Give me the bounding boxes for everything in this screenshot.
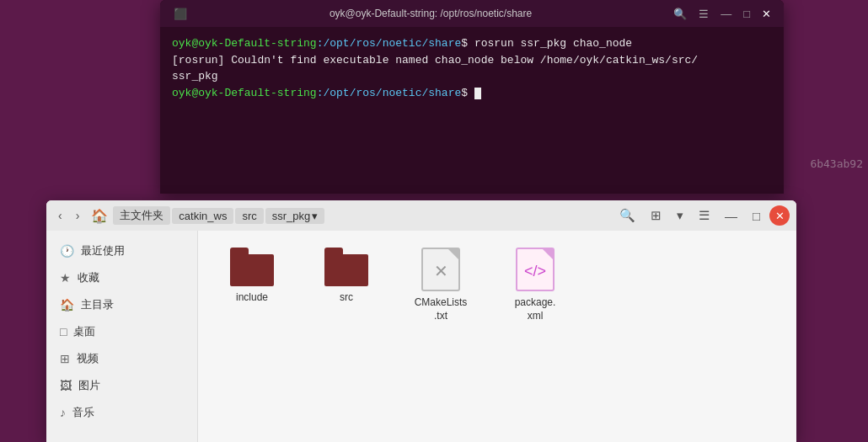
package-icon: </> [516,248,555,291]
fm-breadcrumb-ssr-label: ssr_pkg [272,210,311,222]
fm-listview-arrow-button[interactable]: ▾ [671,205,689,226]
fm-breadcrumb-dropdown-icon: ▾ [312,210,318,222]
sidebar-item-recent[interactable]: 🕐 最近使用 [46,237,197,264]
fm-content: include src ✕ CMakeLists.txt </ [198,231,796,442]
file-item-cmake[interactable]: ✕ CMakeLists.txt [407,248,474,322]
file-item-src[interactable]: src [313,248,380,305]
terminal-title: oyk@oyk-Default-string: /opt/ros/noetic/… [192,8,669,19]
terminal-prompt-user-2: oyk@oyk-Default-string [172,87,317,99]
terminal-maximize-btn[interactable]: □ [739,6,754,22]
videos-icon: ⊞ [60,352,70,365]
recent-icon: 🕐 [60,244,74,258]
fm-back-button[interactable]: ‹ [53,205,67,226]
terminal-prompt-path-1: :/opt/ros/noetic/share [317,37,462,50]
fm-breadcrumb-src[interactable]: src [235,208,263,224]
music-icon: ♪ [60,406,66,419]
desktop-icon: □ [60,325,67,338]
cmake-icon-symbol: ✕ [434,261,448,281]
fm-forward-button[interactable]: › [71,205,85,226]
fm-breadcrumb: 🏠 主文件夹 catkin_ws src ssr_pkg ▾ [88,206,610,226]
terminal-body: oyk@oyk-Default-string:/opt/ros/noetic/s… [160,27,784,194]
sidebar-label-recent: 最近使用 [81,243,125,258]
terminal-icon-btn[interactable]: ⬛ [169,6,192,22]
file-label-package: package.xml [515,296,556,322]
terminal-left-icons: ⬛ [169,6,192,22]
terminal-line-3: ssr_pkg [172,68,772,85]
folder-icon-include [230,248,274,286]
terminal-search-btn[interactable]: 🔍 [669,6,691,22]
terminal-error-1: [rosrun] Couldn't find executable named … [172,54,698,67]
sidebar-label-desktop: 桌面 [73,324,95,339]
sidebar-label-pictures: 图片 [78,378,100,393]
fm-listview-button[interactable]: ⊞ [645,205,667,226]
terminal-window: ⬛ oyk@oyk-Default-string: /opt/ros/noeti… [160,0,784,194]
sidebar-item-videos[interactable]: ⊞ 视频 [46,345,197,372]
sidebar-label-favorites: 收藏 [78,270,99,285]
fm-search-button[interactable]: 🔍 [613,205,641,226]
fm-titlebar: ‹ › 🏠 主文件夹 catkin_ws src ssr_pkg ▾ 🔍 ⊞ ▾… [46,200,796,231]
terminal-prompt-user-1: oyk@oyk-Default-string [172,37,317,50]
sidebar-item-favorites[interactable]: ★ 收藏 [46,264,197,291]
package-icon-symbol: </> [524,263,546,280]
pictures-icon: 🖼 [60,379,72,392]
favorites-icon: ★ [60,271,71,285]
fm-close-button[interactable]: ✕ [769,205,790,226]
terminal-close-btn[interactable]: ✕ [758,6,775,22]
fm-minimize-button[interactable]: — [719,205,743,226]
file-item-package[interactable]: </> package.xml [501,248,569,322]
terminal-menu-btn[interactable]: ☰ [694,6,713,22]
fm-toolbar-right: 🔍 ⊞ ▾ ☰ — □ ✕ [613,205,790,226]
file-label-src: src [340,291,353,305]
sidebar-item-pictures[interactable]: 🖼 图片 [46,372,197,399]
filemanager-window: ‹ › 🏠 主文件夹 catkin_ws src ssr_pkg ▾ 🔍 ⊞ ▾… [46,200,796,442]
sidebar-item-music[interactable]: ♪ 音乐 [46,399,197,426]
fm-breadcrumb-ssr-pkg[interactable]: ssr_pkg ▾ [265,208,325,224]
sidebar-label-home: 主目录 [81,297,114,312]
fm-breadcrumb-catkin[interactable]: catkin_ws [172,208,233,224]
fm-body: 🕐 最近使用 ★ 收藏 🏠 主目录 □ 桌面 ⊞ 视频 🖼 图片 [46,231,796,442]
folder-icon-src [324,248,368,286]
terminal-prompt-path-2: :/opt/ros/noetic/share [317,87,462,99]
hash-display: 6b43ab92 [805,156,868,172]
terminal-line-2: [rosrun] Couldn't find executable named … [172,52,772,69]
cmake-icon: ✕ [421,248,460,291]
fm-breadcrumb-home-label[interactable]: 主文件夹 [113,206,170,225]
fm-sidebar: 🕐 最近使用 ★ 收藏 🏠 主目录 □ 桌面 ⊞ 视频 🖼 图片 [46,231,198,442]
sidebar-label-videos: 视频 [77,351,99,366]
file-item-include[interactable]: include [218,248,286,305]
terminal-line-4: oyk@oyk-Default-string:/opt/ros/noetic/s… [172,85,772,102]
terminal-error-2: ssr_pkg [172,70,218,83]
sidebar-label-music: 音乐 [72,405,94,420]
sidebar-item-desktop[interactable]: □ 桌面 [46,318,197,345]
file-label-include: include [236,291,268,305]
terminal-command-1: $ rosrun ssr_pkg chao_node [461,37,632,50]
terminal-minimize-btn[interactable]: — [716,6,736,22]
terminal-titlebar: ⬛ oyk@oyk-Default-string: /opt/ros/noeti… [160,0,784,27]
fm-home-icon[interactable]: 🏠 [88,206,111,226]
terminal-cursor [474,88,481,99]
terminal-line-1: oyk@oyk-Default-string:/opt/ros/noetic/s… [172,35,772,52]
file-label-cmake: CMakeLists.txt [415,296,468,322]
fm-menu-button[interactable]: ☰ [693,205,715,226]
terminal-window-controls: 🔍 ☰ — □ ✕ [669,6,775,22]
sidebar-item-home[interactable]: 🏠 主目录 [46,291,197,318]
terminal-prompt-end: $ [461,87,474,99]
home-icon: 🏠 [60,298,74,312]
fm-maximize-button[interactable]: □ [747,205,766,226]
